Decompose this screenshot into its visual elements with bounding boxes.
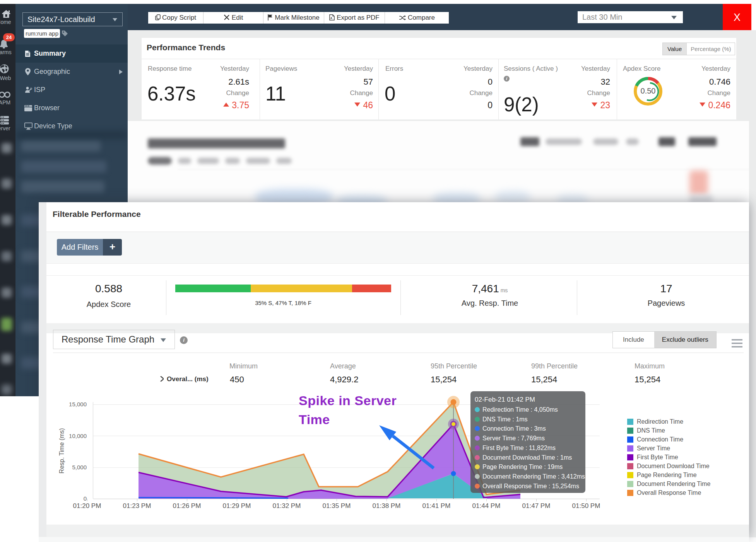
svg-text:A: A [330, 17, 332, 19]
svg-text:0.50: 0.50 [641, 87, 656, 95]
